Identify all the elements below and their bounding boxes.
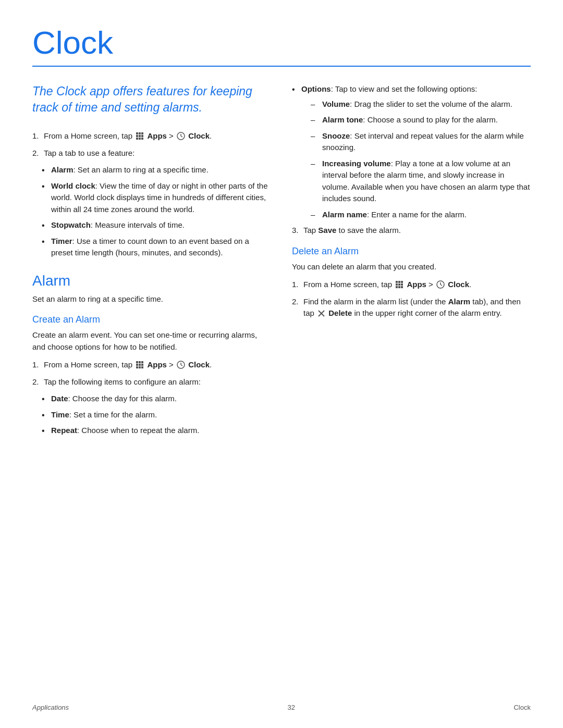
clock-label-2: Clock bbox=[188, 360, 210, 369]
repeat-text: : Choose when to repeat the alarm. bbox=[77, 426, 199, 435]
svg-rect-3 bbox=[136, 135, 138, 137]
period2: . bbox=[210, 360, 212, 369]
tab-features-list: Alarm: Set an alarm to ring at a specifi… bbox=[42, 164, 271, 259]
date-text: : Choose the day for this alarm. bbox=[68, 394, 177, 403]
tab-stopwatch-bold: Stopwatch bbox=[51, 220, 91, 229]
step3: Tap Save to save the alarm. bbox=[292, 225, 531, 237]
tab-worldclock-bold: World clock bbox=[51, 181, 95, 190]
period3: . bbox=[469, 280, 471, 289]
step1-text-before: From a Home screen, tap bbox=[44, 131, 134, 140]
option-increasing-volume: Increasing volume: Play a tone at a low … bbox=[311, 158, 531, 205]
clock-label: Clock bbox=[188, 131, 210, 140]
apps-label-2: Apps bbox=[147, 360, 167, 369]
intro-steps: From a Home screen, tap Apps > bbox=[32, 130, 271, 159]
create-step-2: Tap the following items to configure an … bbox=[32, 376, 271, 388]
delete-step-2: Find the alarm in the alarm list (under … bbox=[292, 296, 531, 319]
arrow-3: > bbox=[429, 280, 435, 289]
alarmname-text: : Enter a name for the alarm. bbox=[367, 210, 467, 219]
tab-timer: Timer: Use a timer to count down to an e… bbox=[42, 236, 271, 259]
time-bold: Time bbox=[51, 410, 69, 419]
tab-stopwatch-text: : Measure intervals of time. bbox=[91, 220, 185, 229]
date-bold: Date bbox=[51, 394, 68, 403]
alarmname-bold: Alarm name bbox=[322, 210, 367, 219]
create-alarm-steps: From a Home screen, tap Apps > bbox=[32, 359, 271, 388]
svg-rect-18 bbox=[136, 366, 138, 368]
svg-rect-8 bbox=[141, 138, 143, 140]
svg-line-35 bbox=[440, 285, 442, 286]
svg-rect-27 bbox=[396, 283, 398, 286]
delete-bold: Delete bbox=[328, 309, 352, 317]
svg-rect-19 bbox=[139, 366, 141, 368]
svg-rect-24 bbox=[396, 281, 398, 283]
svg-rect-30 bbox=[396, 286, 398, 288]
configure-repeat: Repeat: Choose when to repeat the alarm. bbox=[42, 425, 271, 437]
option-alarm-name: Alarm name: Enter a name for the alarm. bbox=[311, 209, 531, 221]
svg-rect-15 bbox=[136, 364, 138, 366]
repeat-bold: Repeat bbox=[51, 426, 77, 435]
tab-worldclock: World clock: View the time of day or nig… bbox=[42, 180, 271, 216]
save-bold: Save bbox=[318, 226, 336, 235]
clock-label-3: Clock bbox=[448, 280, 469, 289]
delete-step2-before: Find the alarm in the alarm list (under … bbox=[303, 297, 448, 306]
delete-alarm-description: You can delete an alarm that you created… bbox=[292, 261, 531, 273]
delete-step2-end: in the upper right corner of the alarm e… bbox=[352, 309, 501, 317]
snooze-text: : Set interval and repeat values for the… bbox=[322, 131, 524, 152]
alarm-description: Set an alarm to ring at a specific time. bbox=[32, 293, 271, 305]
create-step1-before: From a Home screen, tap bbox=[44, 360, 134, 369]
step3-after: to save the alarm. bbox=[336, 226, 400, 235]
alarm-section-heading: Alarm bbox=[32, 273, 271, 289]
create-step-1: From a Home screen, tap Apps > bbox=[32, 359, 271, 371]
incvol-bold: Increasing volume bbox=[322, 159, 391, 168]
alarm-bold: Alarm bbox=[448, 297, 471, 306]
create-step2-text: Tap the following items to configure an … bbox=[44, 377, 201, 386]
tab-alarm-text: : Set an alarm to ring at a specific tim… bbox=[74, 165, 209, 174]
svg-rect-14 bbox=[141, 361, 143, 363]
svg-rect-28 bbox=[398, 283, 400, 286]
option-snooze: Snooze: Set interval and repeat values f… bbox=[311, 130, 531, 154]
svg-rect-7 bbox=[139, 138, 141, 140]
svg-rect-17 bbox=[141, 364, 143, 366]
time-text: : Set a time for the alarm. bbox=[69, 410, 157, 419]
page-footer: Applications 32 Clock bbox=[32, 704, 531, 711]
options-list: Options: Tap to view and set the followi… bbox=[292, 83, 531, 220]
option-alarm-tone: Alarm tone: Choose a sound to play for t… bbox=[311, 114, 531, 126]
delete-alarm-heading: Delete an Alarm bbox=[292, 246, 531, 257]
svg-line-11 bbox=[181, 136, 182, 137]
svg-rect-12 bbox=[136, 361, 138, 363]
clock-icon-3 bbox=[436, 280, 445, 289]
volume-bold: Volume bbox=[322, 100, 350, 108]
svg-rect-29 bbox=[401, 283, 403, 286]
options-bold: Options bbox=[301, 84, 331, 93]
apps-label-3: Apps bbox=[407, 280, 426, 289]
intro-step-1: From a Home screen, tap Apps > bbox=[32, 130, 271, 142]
intro-text: The Clock app offers features for keepin… bbox=[32, 83, 271, 116]
svg-rect-4 bbox=[139, 135, 141, 137]
arrow: > bbox=[169, 131, 176, 140]
clock-icon bbox=[177, 132, 185, 140]
apps-label: Apps bbox=[147, 131, 167, 140]
svg-rect-31 bbox=[398, 286, 400, 288]
volume-text: : Drag the slider to set the volume of t… bbox=[350, 100, 512, 108]
footer-applications: Applications bbox=[32, 704, 69, 711]
svg-rect-13 bbox=[139, 361, 141, 363]
svg-rect-26 bbox=[401, 281, 403, 283]
svg-rect-25 bbox=[398, 281, 400, 283]
configure-list: Date: Choose the day for this alarm. Tim… bbox=[42, 393, 271, 437]
alarmtone-text: : Choose a sound to play for the alarm. bbox=[363, 115, 497, 124]
options-item: Options: Tap to view and set the followi… bbox=[292, 83, 531, 220]
options-sub-list: Volume: Drag the slider to set the volum… bbox=[311, 98, 531, 221]
create-alarm-description: Create an alarm event. You can set one-t… bbox=[32, 329, 271, 353]
svg-rect-0 bbox=[136, 132, 138, 134]
configure-time: Time: Set a time for the alarm. bbox=[42, 409, 271, 421]
step2-text: Tap a tab to use a feature: bbox=[44, 149, 134, 157]
create-alarm-heading: Create an Alarm bbox=[32, 314, 271, 325]
left-column: The Clock app offers features for keepin… bbox=[32, 83, 271, 441]
delete-step1-before: From a Home screen, tap bbox=[303, 280, 394, 289]
step3-list: Tap Save to save the alarm. bbox=[292, 225, 531, 237]
option-volume: Volume: Drag the slider to set the volum… bbox=[311, 98, 531, 110]
right-column: Options: Tap to view and set the followi… bbox=[292, 83, 531, 441]
tab-timer-bold: Timer bbox=[51, 237, 72, 245]
svg-rect-16 bbox=[139, 364, 141, 366]
tab-alarm: Alarm: Set an alarm to ring at a specifi… bbox=[42, 164, 271, 176]
delete-steps: From a Home screen, tap Apps > bbox=[292, 279, 531, 319]
